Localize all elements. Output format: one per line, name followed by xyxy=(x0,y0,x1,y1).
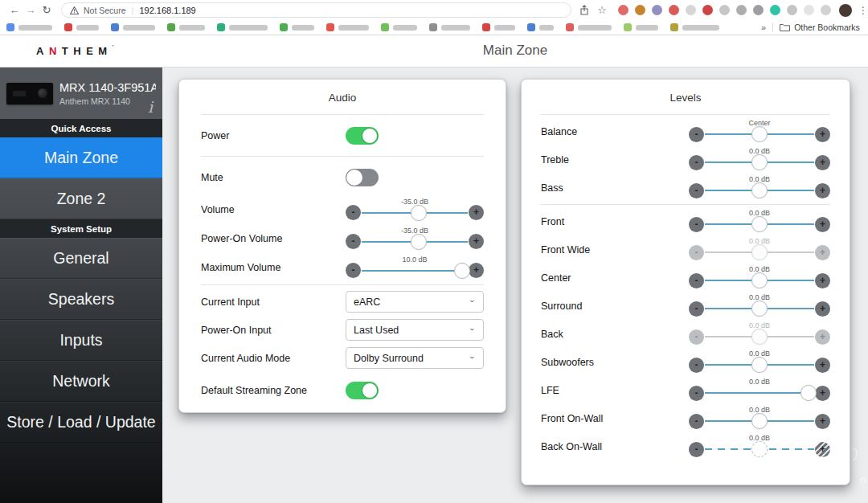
extension-icon[interactable] xyxy=(821,5,831,15)
slider-thumb[interactable] xyxy=(454,263,470,279)
extension-icon[interactable] xyxy=(804,5,814,15)
increase-back-on-wall-button[interactable]: + xyxy=(815,442,830,457)
sidebar-item-speakers[interactable]: Speakers xyxy=(0,279,162,320)
decrease-treble-button[interactable]: - xyxy=(689,155,704,170)
slider-thumb[interactable] xyxy=(411,234,427,250)
extension-icon[interactable] xyxy=(770,5,780,15)
slider-thumb[interactable] xyxy=(751,301,768,317)
extension-icon[interactable] xyxy=(618,5,628,15)
back-button[interactable]: ← xyxy=(6,4,23,16)
increase-power-on-volume-button[interactable]: + xyxy=(469,234,484,249)
slider-track[interactable]: 0.0 dB xyxy=(705,272,814,289)
slider-track[interactable]: 10.0 dB xyxy=(362,262,468,280)
slider-thumb[interactable] xyxy=(751,329,768,345)
slider-thumb[interactable] xyxy=(751,216,768,232)
slider-thumb[interactable] xyxy=(751,357,768,373)
increase-front-button[interactable]: + xyxy=(815,217,830,232)
bookmark-item[interactable] xyxy=(217,23,268,31)
bookmark-item[interactable] xyxy=(381,23,417,31)
sidebar-item-store-load-update[interactable]: Store / Load / Update xyxy=(0,402,162,443)
slider-thumb[interactable] xyxy=(751,126,768,142)
share-icon[interactable] xyxy=(579,5,589,15)
slider-track[interactable]: 0.0 dB xyxy=(705,243,814,261)
current-input-select[interactable]: eARC⌄ xyxy=(346,291,484,313)
slider-track[interactable]: Center xyxy=(705,125,814,143)
extension-icon[interactable] xyxy=(652,5,662,15)
decrease-back-button[interactable]: - xyxy=(689,329,704,345)
sidebar-item-inputs[interactable]: Inputs xyxy=(0,320,162,361)
slider-track[interactable]: 0.0 dB xyxy=(705,328,814,346)
slider-thumb[interactable] xyxy=(751,182,768,198)
bookmark-item[interactable] xyxy=(482,23,515,31)
slider-track[interactable]: 0.0 dB xyxy=(705,153,814,171)
slider-track[interactable]: 0.0 dB xyxy=(705,300,814,317)
bookmark-item[interactable] xyxy=(624,23,658,31)
increase-balance-button[interactable]: + xyxy=(815,127,830,142)
slider-thumb[interactable] xyxy=(751,244,768,260)
sidebar-item-network[interactable]: Network xyxy=(0,361,162,402)
slider-track[interactable]: 0.0 dB xyxy=(705,356,814,374)
decrease-power-on-volume-button[interactable]: - xyxy=(346,234,361,249)
slider-thumb[interactable] xyxy=(751,154,768,170)
current-audio-mode-select[interactable]: Dolby Surround⌄ xyxy=(346,347,484,369)
bookmark-item[interactable] xyxy=(566,23,612,31)
sidebar-item-general[interactable]: General xyxy=(0,238,162,279)
increase-bass-button[interactable]: + xyxy=(815,183,830,198)
extension-icon[interactable] xyxy=(669,5,679,15)
extension-icon[interactable] xyxy=(736,5,747,15)
decrease-volume-button[interactable]: - xyxy=(346,205,361,220)
slider-track[interactable]: -35.0 dB xyxy=(362,204,468,222)
sidebar-item-main-zone[interactable]: Main Zone xyxy=(0,137,162,178)
slider-track[interactable]: 0.0 dB xyxy=(705,215,814,233)
slider-thumb[interactable] xyxy=(800,385,817,401)
bookmark-item[interactable] xyxy=(111,23,155,31)
slider-track[interactable]: 0.0 dB xyxy=(705,384,814,402)
increase-surround-button[interactable]: + xyxy=(815,301,830,317)
browser-menu-icon[interactable]: ⋮ xyxy=(858,5,868,16)
extension-icon[interactable] xyxy=(787,5,797,15)
bookmark-star-icon[interactable]: ☆ xyxy=(597,4,607,16)
other-bookmarks-button[interactable]: Other Bookmarks xyxy=(780,22,860,32)
extension-icon[interactable] xyxy=(686,5,696,15)
default-streaming-zone-toggle[interactable] xyxy=(346,382,379,399)
increase-treble-button[interactable]: + xyxy=(815,155,830,170)
extension-icon[interactable] xyxy=(702,5,713,15)
increase-volume-button[interactable]: + xyxy=(469,205,484,220)
slider-thumb[interactable] xyxy=(751,441,768,457)
decrease-bass-button[interactable]: - xyxy=(689,183,704,198)
increase-front-on-wall-button[interactable]: + xyxy=(815,414,830,429)
decrease-surround-button[interactable]: - xyxy=(689,301,704,317)
increase-front-wide-button[interactable]: + xyxy=(815,245,830,260)
decrease-balance-button[interactable]: - xyxy=(689,127,704,142)
slider-track[interactable]: 0.0 dB xyxy=(705,412,814,430)
address-bar[interactable]: Not Secure | 192.168.1.189 xyxy=(61,2,571,18)
sidebar-item-zone-2[interactable]: Zone 2 xyxy=(0,178,162,219)
decrease-back-on-wall-button[interactable]: - xyxy=(689,442,704,457)
decrease-front-wide-button[interactable]: - xyxy=(689,245,704,260)
bookmark-item[interactable] xyxy=(326,23,369,31)
extension-icon[interactable] xyxy=(753,5,764,15)
profile-avatar[interactable] xyxy=(839,4,852,17)
power-on-input-select[interactable]: Last Used⌄ xyxy=(346,319,484,341)
power-toggle[interactable] xyxy=(346,127,379,145)
decrease-lfe-button[interactable]: - xyxy=(689,386,704,401)
bookmarks-overflow-icon[interactable]: » xyxy=(761,22,766,32)
info-icon[interactable]: i xyxy=(148,98,153,116)
increase-subwoofers-button[interactable]: + xyxy=(815,358,830,373)
bookmark-item[interactable] xyxy=(280,23,314,31)
extension-icon[interactable] xyxy=(719,5,730,15)
bookmark-item[interactable] xyxy=(64,23,99,31)
reload-button[interactable]: ↻ xyxy=(39,4,55,16)
increase-center-button[interactable]: + xyxy=(815,273,830,288)
bookmark-item[interactable] xyxy=(670,23,719,31)
mute-toggle[interactable] xyxy=(346,169,379,186)
bookmark-item[interactable] xyxy=(6,23,52,31)
increase-maximum-volume-button[interactable]: + xyxy=(469,263,484,278)
slider-track[interactable]: 0.0 dB xyxy=(705,182,814,199)
slider-thumb[interactable] xyxy=(751,272,768,288)
slider-track[interactable]: 0.0 dB xyxy=(705,440,814,458)
increase-lfe-button[interactable]: + xyxy=(815,386,830,401)
decrease-front-button[interactable]: - xyxy=(689,217,704,232)
extension-icon[interactable] xyxy=(635,5,645,15)
bookmark-item[interactable] xyxy=(527,23,554,31)
